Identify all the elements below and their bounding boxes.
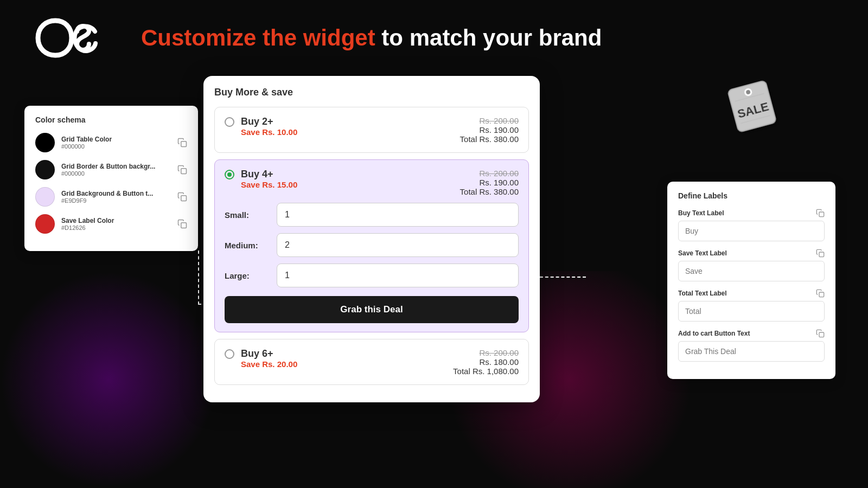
tier-save-0: Save Rs. 10.00: [241, 127, 297, 137]
color-schema-title: Color schema: [35, 115, 187, 124]
variant-row-large: Large:: [225, 264, 519, 287]
color-hex-0: #000000: [61, 143, 171, 150]
headline: Customize the widget to match your brand: [141, 25, 602, 51]
label-input-1[interactable]: [678, 261, 825, 281]
variant-input-large[interactable]: [277, 264, 519, 287]
price-total-2: Total Rs. 1,080.00: [453, 367, 519, 376]
widget-header: Buy More & save: [214, 87, 529, 98]
variant-input-small[interactable]: [277, 203, 519, 227]
copy-icon-field-2[interactable]: [816, 289, 825, 298]
label-group-1: Save Text Label: [678, 249, 825, 281]
variant-label-medium: Medium:: [225, 241, 268, 250]
label-input-3[interactable]: [678, 341, 825, 362]
tier-radio-2[interactable]: [225, 349, 234, 359]
tier-radio-1[interactable]: [225, 170, 234, 179]
tier-title-1: Buy 4+: [241, 169, 297, 180]
tier-radio-0[interactable]: [225, 117, 234, 127]
color-item-0: Grid Table Color #000000: [35, 133, 187, 152]
label-input-2[interactable]: [678, 301, 825, 322]
label-group-3: Add to cart Button Text: [678, 329, 825, 362]
label-field-title-0: Buy Text Label: [678, 209, 825, 217]
color-name-2: Grid Background & Button t...: [61, 190, 171, 197]
label-field-title-2: Total Text Label: [678, 289, 825, 298]
color-info-3: Save Label Color #D12626: [61, 217, 171, 231]
color-item-1: Grid Border & Button backgr... #000000: [35, 160, 187, 179]
tier-title-0: Buy 2+: [241, 116, 297, 127]
connector-right: [534, 277, 586, 278]
label-field-name-3: Add to cart Button Text: [678, 330, 750, 337]
header: Customize the widget to match your brand: [33, 16, 835, 60]
label-field-name-1: Save Text Label: [678, 249, 727, 257]
color-info-0: Grid Table Color #000000: [61, 136, 171, 150]
price-discounted-0: Rs. 190.00: [460, 125, 519, 134]
price-discounted-1: Rs. 190.00: [460, 178, 519, 187]
define-labels-title: Define Labels: [678, 191, 825, 200]
tier-save-1: Save Rs. 15.00: [241, 180, 297, 189]
color-info-1: Grid Border & Button backgr... #000000: [61, 163, 171, 177]
price-total-0: Total Rs. 380.00: [460, 134, 519, 144]
bg-blob-left: [0, 271, 217, 488]
variant-row-small: Small:: [225, 203, 519, 227]
label-field-name-0: Buy Text Label: [678, 209, 724, 217]
color-info-2: Grid Background & Button t... #E9D9F9: [61, 190, 171, 204]
svg-rect-4: [181, 223, 187, 228]
label-field-title-1: Save Text Label: [678, 249, 825, 258]
svg-rect-1: [181, 142, 187, 147]
copy-icon-field-3[interactable]: [816, 329, 825, 338]
logo: [33, 16, 98, 60]
price-original-2: Rs. 200.00: [453, 348, 519, 357]
color-hex-1: #000000: [61, 170, 171, 177]
svg-rect-6: [819, 252, 824, 257]
sale-tag-icon: SALE: [727, 76, 781, 136]
price-original-1: Rs. 200.00: [460, 169, 519, 178]
define-labels-panel: Define Labels Buy Text Label Save Text L…: [667, 182, 835, 379]
svg-rect-2: [181, 169, 187, 174]
color-name-0: Grid Table Color: [61, 136, 171, 143]
headline-normal: to match your brand: [375, 25, 602, 50]
copy-icon-field-1[interactable]: [816, 249, 825, 258]
price-original-0: Rs. 200.00: [460, 116, 519, 125]
color-swatch-2: [35, 187, 55, 207]
color-hex-2: #E9D9F9: [61, 197, 171, 204]
svg-rect-5: [819, 212, 824, 217]
svg-rect-7: [819, 292, 824, 297]
copy-icon-3[interactable]: [177, 219, 187, 229]
price-discounted-2: Rs. 180.00: [453, 357, 519, 367]
svg-point-0: [48, 30, 63, 46]
color-item-3: Save Label Color #D12626: [35, 214, 187, 234]
color-item-2: Grid Background & Button t... #E9D9F9: [35, 187, 187, 207]
color-swatch-3: [35, 214, 55, 234]
tier-title-2: Buy 6+: [241, 348, 297, 359]
variant-label-large: Large:: [225, 271, 268, 280]
tier-card-0[interactable]: Buy 2+ Save Rs. 10.00 Rs. 200.00 Rs. 190…: [214, 107, 529, 153]
label-field-title-3: Add to cart Button Text: [678, 329, 825, 338]
grab-deal-button[interactable]: Grab this Deal: [225, 296, 519, 323]
label-field-name-2: Total Text Label: [678, 290, 727, 297]
tier-prices-0: Rs. 200.00 Rs. 190.00 Total Rs. 380.00: [460, 116, 519, 144]
label-input-0[interactable]: [678, 221, 825, 241]
color-swatch-0: [35, 133, 55, 152]
variant-input-medium[interactable]: [277, 233, 519, 257]
tier-prices-2: Rs. 200.00 Rs. 180.00 Total Rs. 1,080.00: [453, 348, 519, 376]
copy-icon-2[interactable]: [177, 192, 187, 202]
tier-prices-1: Rs. 200.00 Rs. 190.00 Total Rs. 380.00: [460, 169, 519, 196]
color-swatch-1: [35, 160, 55, 179]
copy-icon-1[interactable]: [177, 165, 187, 175]
svg-rect-8: [819, 332, 824, 337]
tier-save-2: Save Rs. 20.00: [241, 359, 297, 369]
copy-icon-field-0[interactable]: [816, 209, 825, 217]
price-total-1: Total Rs. 380.00: [460, 187, 519, 196]
copy-icon-0[interactable]: [177, 138, 187, 147]
variant-label-small: Small:: [225, 210, 268, 220]
color-name-3: Save Label Color: [61, 217, 171, 224]
label-group-2: Total Text Label: [678, 289, 825, 322]
tier-card-2[interactable]: Buy 6+ Save Rs. 20.00 Rs. 200.00 Rs. 180…: [214, 339, 529, 385]
main-widget: Buy More & save Buy 2+ Save Rs. 10.00 Rs…: [203, 76, 540, 402]
label-group-0: Buy Text Label: [678, 209, 825, 241]
svg-rect-3: [181, 196, 187, 201]
color-name-1: Grid Border & Button backgr...: [61, 163, 171, 170]
color-schema-panel: Color schema Grid Table Color #000000 Gr…: [24, 106, 198, 251]
color-hex-3: #D12626: [61, 224, 171, 231]
tier-card-1[interactable]: Buy 4+ Save Rs. 15.00 Rs. 200.00 Rs. 190…: [214, 159, 529, 332]
headline-colored: Customize the widget: [141, 25, 375, 50]
